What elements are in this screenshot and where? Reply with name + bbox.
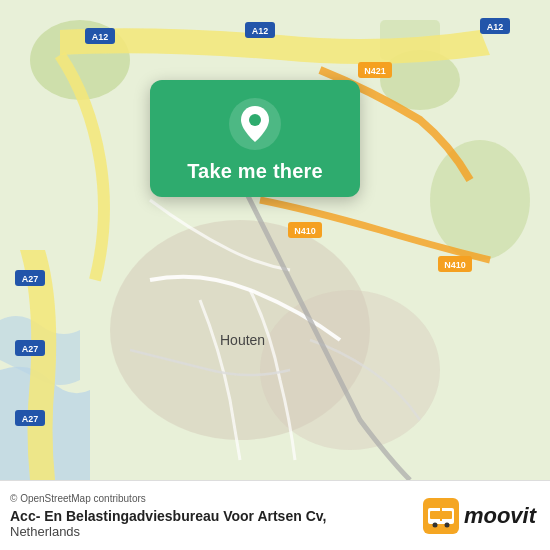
info-bar: © OpenStreetMap contributors Acc- En Bel… <box>0 480 550 550</box>
svg-text:A12: A12 <box>252 26 269 36</box>
place-name: Acc- En Belastingadviesbureau Voor Artse… <box>10 508 326 524</box>
svg-text:A27: A27 <box>22 414 39 424</box>
place-info: © OpenStreetMap contributors Acc- En Bel… <box>10 493 326 539</box>
moovit-logo: moovit <box>423 498 536 534</box>
svg-point-30 <box>432 522 437 527</box>
svg-text:A27: A27 <box>22 274 39 284</box>
take-me-there-button[interactable]: Take me there <box>187 160 323 183</box>
svg-text:N421: N421 <box>364 66 386 76</box>
osm-credit: © OpenStreetMap contributors <box>10 493 326 504</box>
svg-text:A12: A12 <box>92 32 109 42</box>
location-pin-icon <box>229 98 281 150</box>
place-country: Netherlands <box>10 524 326 539</box>
svg-text:N410: N410 <box>294 226 316 236</box>
map-container: A12 A12 A12 A27 A27 A27 N421 N410 N410 <box>0 0 550 480</box>
svg-text:Houten: Houten <box>220 332 265 348</box>
moovit-icon <box>423 498 459 534</box>
svg-text:A12: A12 <box>487 22 504 32</box>
svg-text:N410: N410 <box>444 260 466 270</box>
svg-text:A27: A27 <box>22 344 39 354</box>
moovit-text: moovit <box>464 503 536 529</box>
svg-point-27 <box>249 114 261 126</box>
popup-card[interactable]: Take me there <box>150 80 360 197</box>
svg-point-5 <box>430 140 530 260</box>
svg-point-31 <box>444 522 449 527</box>
svg-rect-32 <box>440 508 442 521</box>
